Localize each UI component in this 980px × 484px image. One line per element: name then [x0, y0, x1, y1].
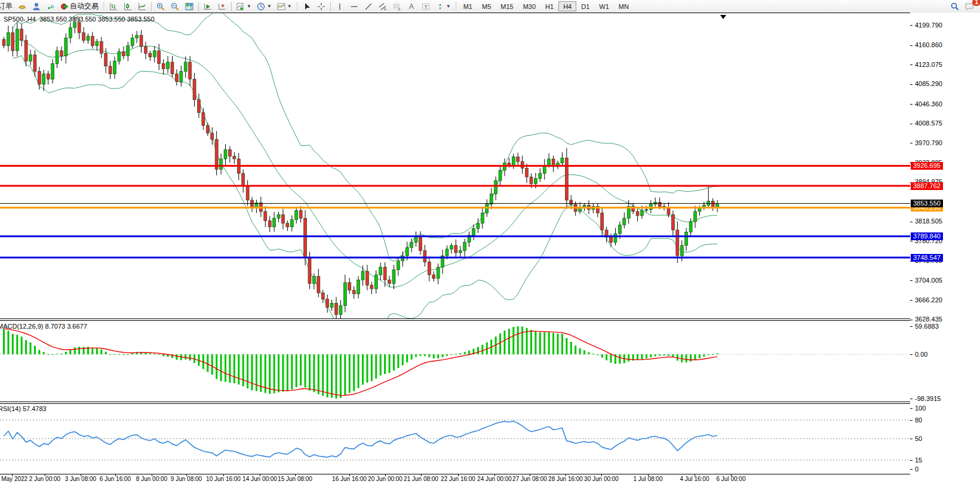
time-tick — [115, 474, 116, 476]
contacts-icon[interactable] — [30, 1, 43, 12]
new-order-button[interactable]: 订单 — [0, 1, 14, 12]
macd-indicator-label: MACD(12,26,9) 8.7073 3.6677 — [0, 323, 87, 330]
time-tick — [223, 474, 224, 476]
axis-tick — [910, 469, 913, 470]
tile-windows-icon[interactable] — [183, 1, 196, 12]
price-tick-label: 4123.075 — [915, 61, 942, 69]
time-tick-label: 2 Jun 00:00 — [29, 476, 60, 482]
chevron-down-icon: ▼ — [287, 4, 292, 9]
bollinger-upper-line — [13, 13, 717, 262]
axis-tick — [910, 84, 913, 85]
panel-divider[interactable] — [0, 402, 980, 402]
time-tick — [695, 474, 695, 476]
timeframe-h1[interactable]: H1 — [540, 1, 558, 13]
price-axis[interactable]: 4199.7904160.8604123.0754085.2904046.360… — [910, 13, 980, 474]
time-tick — [152, 474, 152, 476]
timeframe-m5[interactable]: M5 — [477, 1, 496, 13]
time-tick-label: 21 Jun 08:00 — [404, 476, 438, 482]
rsi-tick-label: 50 — [915, 435, 922, 443]
time-tick — [186, 474, 187, 476]
trading-platform-window: 订单 自动交易 — [0, 0, 980, 484]
timeframe-m1[interactable]: M1 — [459, 1, 477, 13]
rsi-line — [4, 421, 718, 457]
bar-shift-marker[interactable] — [720, 15, 726, 19]
axis-tick — [910, 280, 913, 281]
price-tick-label: 4008.575 — [915, 120, 942, 127]
panel-divider[interactable] — [0, 403, 980, 404]
macd-tick-label: -98.3915 — [915, 395, 941, 403]
time-tick — [12, 474, 13, 476]
text-tool-icon[interactable]: A — [405, 1, 418, 12]
zoom-out-icon[interactable] — [168, 1, 182, 12]
timeframe-w1[interactable]: W1 — [594, 1, 614, 13]
svg-text:F: F — [398, 8, 401, 11]
price-badge: 3926.695 — [911, 162, 943, 170]
rsi-tick-label: 80 — [915, 416, 922, 424]
equidistant-channel-tool-icon[interactable]: E — [376, 1, 389, 12]
rsi-indicator-label: RSI(14) 57.4783 — [0, 405, 47, 412]
time-tick — [45, 474, 45, 476]
bar-chart-mode-icon[interactable] — [107, 1, 120, 12]
time-tick-label: 14 Jun 00:00 — [242, 476, 277, 482]
chart-shift-icon[interactable] — [216, 1, 229, 12]
time-tick — [601, 474, 602, 476]
timeframe-m30[interactable]: M30 — [518, 1, 540, 13]
svg-text:E: E — [384, 7, 386, 11]
candlestick-mode-icon[interactable] — [121, 1, 134, 12]
arrows-tool-icon[interactable]: ▼ — [434, 1, 453, 12]
timeframe-m15[interactable]: M15 — [496, 1, 518, 13]
axis-tick — [910, 222, 913, 222]
indicators-button[interactable]: ▼ — [275, 1, 294, 12]
axis-tick — [910, 326, 913, 327]
time-tick — [421, 474, 422, 476]
main-chart-panel[interactable] — [0, 13, 910, 318]
price-tick-label: 4046.360 — [915, 100, 942, 108]
time-tick-label: 3 Jun 08:00 — [65, 476, 96, 482]
price-tick-label: 3666.220 — [915, 296, 942, 304]
toolbar-separator — [231, 2, 232, 11]
macd-panel[interactable] — [0, 321, 910, 402]
time-tick — [648, 474, 649, 476]
macd-histogram — [3, 326, 718, 399]
fibonacci-tool-icon[interactable]: F — [391, 1, 404, 12]
price-tick-label: 3818.505 — [915, 218, 942, 225]
profiles-button[interactable]: ▼ — [254, 1, 274, 12]
rsi-panel[interactable] — [0, 404, 910, 474]
time-tick-label: 8 Jun 00:00 — [136, 476, 167, 482]
price-badge: 3853.550 — [911, 200, 943, 207]
panel-divider[interactable] — [0, 318, 980, 319]
timeframe-d1[interactable]: D1 — [576, 1, 594, 13]
price-badge: 3748.547 — [911, 254, 943, 262]
new-chart-button[interactable]: ▼ — [234, 1, 253, 12]
search-icon[interactable] — [948, 1, 961, 12]
line-chart-mode-icon[interactable] — [136, 1, 149, 12]
toolbar-grip[interactable] — [103, 2, 105, 11]
timeframe-h4[interactable]: H4 — [558, 1, 576, 11]
svg-text:A: A — [409, 2, 414, 11]
time-tick — [458, 474, 459, 476]
crosshair-tool-icon[interactable] — [315, 1, 328, 12]
timeframe-mn[interactable]: MN — [614, 1, 634, 13]
chevron-down-icon: ▼ — [446, 4, 451, 9]
panel-divider[interactable] — [0, 320, 980, 321]
horizontal-line-tool-icon[interactable] — [348, 1, 361, 12]
time-tick-label: 6 Jun 16:00 — [100, 476, 131, 482]
toolbar-grip[interactable] — [455, 2, 457, 11]
price-tick-label: 3704.005 — [915, 277, 942, 284]
gold-bars-icon[interactable] — [16, 1, 29, 12]
text-label-tool-icon[interactable]: T — [419, 1, 432, 12]
chevron-down-icon: ▼ — [247, 4, 251, 9]
cursor-tool-icon[interactable] — [300, 1, 314, 12]
time-tick-label: 20 Jun 00:00 — [368, 476, 403, 482]
auto-scroll-icon[interactable] — [201, 1, 214, 12]
horizontal-lines[interactable] — [0, 166, 910, 258]
zoom-in-icon[interactable] — [154, 1, 167, 12]
toolbar-grip[interactable] — [296, 2, 298, 11]
signal-icon[interactable] — [44, 1, 57, 12]
trendline-tool-icon[interactable] — [362, 1, 375, 12]
bollinger-lower-line — [13, 56, 717, 318]
vertical-line-tool-icon[interactable] — [333, 1, 346, 12]
time-axis[interactable]: 1 May 20222 Jun 00:003 Jun 08:006 Jun 16… — [0, 474, 980, 484]
autotrading-button[interactable]: 自动交易 — [59, 1, 100, 12]
chat-button[interactable]: 1 — [963, 1, 976, 12]
